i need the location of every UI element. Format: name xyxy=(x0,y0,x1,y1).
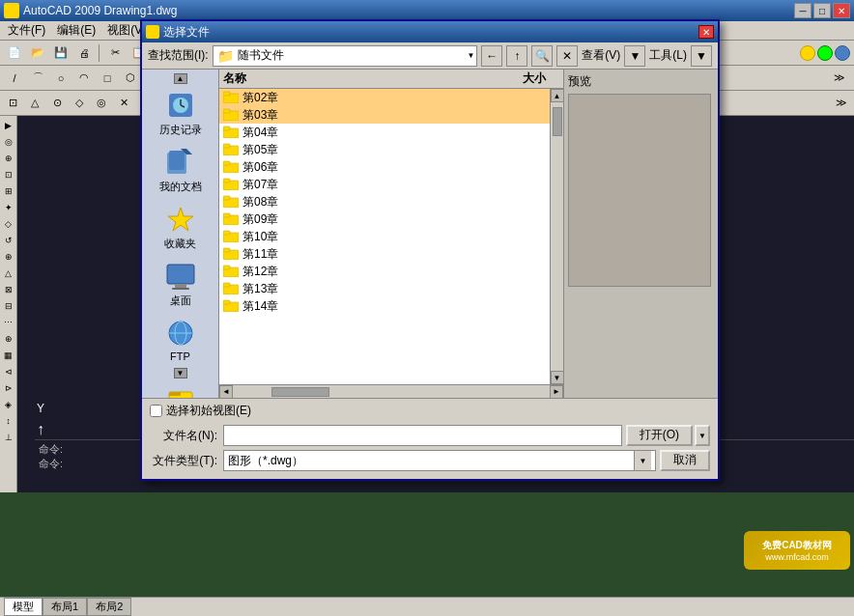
preview-panel: 预览 xyxy=(563,70,718,398)
scroll-track-h[interactable] xyxy=(233,386,550,398)
file-item[interactable]: 第13章 xyxy=(219,280,550,297)
shortcut-history-label: 历史记录 xyxy=(159,123,202,137)
file-name: 第14章 xyxy=(242,298,278,315)
filetype-value: 图形（*.dwg） xyxy=(228,453,303,469)
file-item[interactable]: 第09章 xyxy=(219,210,550,228)
svg-rect-17 xyxy=(223,92,230,96)
col-name-header: 名称 xyxy=(223,70,488,87)
svg-rect-21 xyxy=(223,126,230,130)
file-item[interactable]: 第11章 xyxy=(219,245,550,263)
file-item[interactable]: 第14章 xyxy=(219,297,550,315)
horizontal-scrollbar[interactable]: ◄ ► xyxy=(219,384,563,398)
checkbox-row: 选择初始视图(E) xyxy=(150,403,710,419)
nav-back-button[interactable]: ← xyxy=(481,45,502,67)
shortcut-ftp[interactable]: FTP xyxy=(147,314,214,366)
shortcut-ftp-label: FTP xyxy=(170,350,190,362)
shortcut-history[interactable]: 历史记录 xyxy=(147,86,214,141)
file-name: 第12章 xyxy=(242,264,278,280)
dialog-close-button[interactable]: ✕ xyxy=(698,25,714,39)
shortcut-mydocs-label: 我的文档 xyxy=(159,180,202,194)
file-name: 第02章 xyxy=(242,90,278,106)
dialog-title-bar: 选择文件 ✕ xyxy=(142,21,718,42)
filetype-combo[interactable]: 图形（*.dwg） ▼ xyxy=(223,450,656,471)
shortcut-desktop[interactable]: 桌面 xyxy=(147,257,214,312)
initial-view-checkbox[interactable] xyxy=(150,405,162,417)
dialog-body: ▲ 历史记录 xyxy=(142,70,718,398)
file-item[interactable]: 第10章 xyxy=(219,228,550,245)
folder-icon xyxy=(223,90,239,106)
filename-input[interactable] xyxy=(223,425,622,446)
scroll-left-button[interactable]: ◄ xyxy=(219,385,233,399)
scroll-down-button[interactable]: ▼ xyxy=(551,371,564,384)
svg-rect-19 xyxy=(223,109,230,113)
cancel-button[interactable]: 取消 xyxy=(660,450,710,471)
tools-label: 工具(L) xyxy=(649,47,687,64)
folder-icon xyxy=(223,229,239,245)
file-item[interactable]: 第07章 xyxy=(219,176,550,193)
shortcuts-scroll-up[interactable]: ▲ xyxy=(174,73,187,84)
ftp-icon xyxy=(165,318,196,349)
folder-icon xyxy=(223,211,239,228)
shortcut-favorites-label: 收藏夹 xyxy=(164,237,196,251)
view-dropdown-button[interactable]: ▼ xyxy=(624,45,645,67)
svg-rect-27 xyxy=(223,179,230,182)
history-icon xyxy=(165,90,196,121)
file-name: 第08章 xyxy=(242,194,278,210)
folder-icon xyxy=(223,264,239,280)
shortcuts-panel: ▲ 历史记录 xyxy=(142,70,219,398)
file-name: 第03章 xyxy=(242,107,278,124)
watermark: 免费CAD教材网 www.mfcad.com xyxy=(744,531,850,570)
file-dialog: 选择文件 ✕ 查找范围(I): 📁 随书文件 ▼ ← ↑ 🔍 ✕ 查看(V) xyxy=(140,19,720,481)
file-name: 第06章 xyxy=(242,159,278,176)
folder-icon xyxy=(223,194,239,210)
filename-label: 文件名(N): xyxy=(150,428,217,444)
svg-rect-10 xyxy=(172,288,189,290)
nav-search-button[interactable]: 🔍 xyxy=(531,45,553,67)
dialog-bottom: 选择初始视图(E) 文件名(N): 打开(O) ▼ 文件类型(T): xyxy=(142,398,718,479)
svg-rect-8 xyxy=(167,265,194,284)
svg-rect-39 xyxy=(223,283,230,287)
file-item[interactable]: 第06章 xyxy=(219,158,550,176)
view-label: 查看(V) xyxy=(582,47,620,64)
filetype-label: 文件类型(T): xyxy=(150,453,217,469)
shortcut-favorites[interactable]: 收藏夹 xyxy=(147,200,214,255)
svg-rect-5 xyxy=(169,151,185,170)
svg-rect-25 xyxy=(223,161,230,165)
shortcut-mydocs[interactable]: 我的文档 xyxy=(147,143,214,198)
file-item[interactable]: 第05章 xyxy=(219,141,550,158)
file-name: 第13章 xyxy=(242,281,278,297)
open-button[interactable]: 打开(O) xyxy=(626,425,693,446)
nav-up-button[interactable]: ↑ xyxy=(506,45,527,67)
open-dropdown-button[interactable]: ▼ xyxy=(695,425,710,446)
scroll-right-button[interactable]: ► xyxy=(550,385,563,399)
file-item[interactable]: 第12章 xyxy=(219,263,550,280)
filename-row: 文件名(N): 打开(O) ▼ xyxy=(150,425,710,446)
initial-view-label: 选择初始视图(E) xyxy=(166,403,251,419)
look-in-value[interactable]: 📁 随书文件 ▼ xyxy=(213,45,478,67)
mydocs-icon xyxy=(165,147,196,178)
vertical-scrollbar[interactable]: ▲ ▼ xyxy=(550,89,563,384)
folder-icon xyxy=(223,107,239,124)
file-item[interactable]: 第02章 xyxy=(219,89,550,106)
file-item[interactable]: 第08章 xyxy=(219,193,550,210)
svg-rect-29 xyxy=(223,196,230,200)
nav-delete-button[interactable]: ✕ xyxy=(556,45,578,67)
dialog-title-text: 选择文件 xyxy=(163,24,210,41)
scroll-track[interactable] xyxy=(552,102,563,371)
tools-dropdown-button[interactable]: ▼ xyxy=(691,45,712,67)
file-item[interactable]: 第04章 xyxy=(219,124,550,141)
look-in-combo[interactable]: 📁 随书文件 ▼ xyxy=(213,45,478,67)
file-list-container: 名称 大小 第02章 第03章 第04章 第05章 xyxy=(219,70,563,398)
watermark-line1: 免费CAD教材网 xyxy=(762,539,832,552)
file-item[interactable]: 第03章 xyxy=(219,106,550,124)
folder-icon xyxy=(223,142,239,158)
shortcuts-scroll-down[interactable]: ▼ xyxy=(174,368,187,378)
svg-rect-15 xyxy=(169,392,181,396)
watermark-line2: www.mfcad.com xyxy=(765,552,829,562)
scroll-up-button[interactable]: ▲ xyxy=(551,89,564,102)
folder-icon xyxy=(223,298,239,315)
scroll-thumb-h[interactable] xyxy=(271,387,329,397)
file-name: 第09章 xyxy=(242,211,278,228)
preview-label: 预览 xyxy=(568,73,714,90)
scroll-thumb[interactable] xyxy=(553,107,562,136)
